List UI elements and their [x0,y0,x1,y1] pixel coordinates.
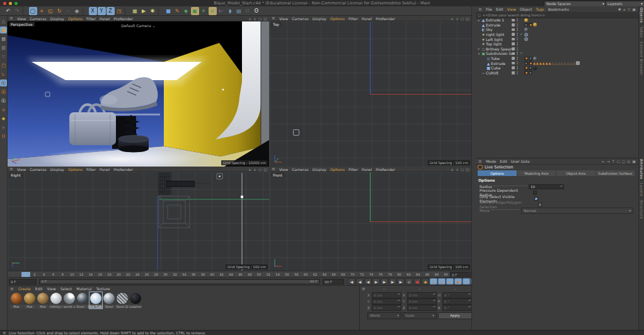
rotate-view-icon[interactable]: ○ [258,16,262,21]
enable-toggle[interactable] [512,38,515,41]
spinner-icon[interactable]: ▴▾ [560,185,563,187]
key-parameter-toggle[interactable]: ◆ [454,278,462,285]
enable-toggle[interactable] [512,57,515,60]
object-row[interactable]: ▲Extrude+ [476,23,638,28]
viewport-menu-item-prorender[interactable]: ProRender [113,16,133,21]
new-panel-icon[interactable]: ▣ [632,159,636,163]
move-tool-icon[interactable]: + [38,7,46,15]
menu-icon[interactable]: ≡ [10,286,14,291]
tab-options[interactable]: Options [478,170,517,176]
pan-view-icon[interactable]: + [451,16,454,21]
previous-key-button[interactable]: ◀ [356,278,364,285]
object-row[interactable]: ■Cube+ [476,66,638,71]
material-swatch[interactable]: Mat [37,292,49,309]
visibility-dots[interactable] [517,37,518,41]
material-swatch[interactable]: Mat [23,292,36,309]
polygon-selection-tag[interactable]: △ [570,61,572,65]
end-frame-field[interactable]: 90 F [323,279,344,285]
spinner-icon[interactable]: ▴▾ [433,305,435,308]
top-viewport[interactable]: Top Grid Spacing : 100 cm [270,21,471,167]
material-swatch[interactable]: world o [63,292,76,309]
render-picture-viewer-icon[interactable]: ▶ [140,7,148,15]
rotate-view-icon[interactable]: ○ [258,167,262,172]
spinner-icon[interactable]: ▴▾ [433,299,435,302]
object-outline[interactable] [293,129,299,136]
back-arrow-icon[interactable]: ← [602,159,605,163]
side-tab-content-browser[interactable]: Content Browser [640,42,643,75]
om-menu-item-view[interactable]: View [507,7,516,11]
scale-dropdown[interactable]: Scale▾ [403,312,437,319]
dolly-view-icon[interactable]: ↓ [456,16,459,21]
material-swatch[interactable]: Steel - 1 [76,292,89,309]
compositing-tag[interactable]: × [524,33,528,37]
expression-tag[interactable]: + [529,66,532,70]
polygon-mode-icon[interactable]: ∟ [0,71,7,78]
key-position-toggle[interactable]: + [430,278,437,285]
menu-icon[interactable]: ≡ [9,167,13,172]
wireframe-bar[interactable] [166,181,210,187]
toggle-view-icon[interactable]: ◱ [466,167,469,172]
side-tab-layers[interactable]: Layers [640,183,643,196]
object-label[interactable]: Left light [486,37,503,42]
viewport-menu-item-cameras[interactable]: Cameras [30,16,47,21]
object-label[interactable]: Sky [486,27,493,32]
visibility-dots[interactable] [517,42,518,46]
recent-tools-icon[interactable]: ◦ [64,7,72,15]
scene-pedestal[interactable] [118,136,149,153]
spinner-icon[interactable]: ▴▾ [398,305,400,308]
keyframe-selection-button[interactable]: ◉ [422,278,429,285]
generator-check-icon[interactable]: ✓ [520,32,523,36]
spline-arrange-icon[interactable]: ⊢ [217,7,226,15]
dolly-view-icon[interactable]: ↓ [253,167,256,172]
viewport-menu-item-display[interactable]: Display [50,16,64,21]
viewport-menu-item-display[interactable]: Display [313,167,326,172]
menu-icon[interactable]: ≡ [3,331,6,335]
visibility-dots[interactable] [517,61,518,65]
texture-mode-icon[interactable]: ▨ [0,35,7,42]
forward-arrow-icon[interactable]: → [607,159,610,163]
spinner-icon[interactable]: ▴▾ [468,305,471,308]
coordinate-field[interactable]: 0 cm▴▾ [407,292,437,298]
timeline-ruler[interactable]: 0 F 024681012141618202224262830323436384… [8,271,471,278]
material-menu-item-texture[interactable]: Texture [96,286,110,291]
object-label[interactable]: Tube [491,56,500,61]
expression-tag[interactable]: + [529,71,532,74]
attr-menu-item-mode[interactable]: Mode [486,159,496,163]
texture-tag[interactable] [533,66,537,70]
viewport-menu-item-options[interactable]: Options [330,16,345,21]
filter-icon[interactable]: ▽ [628,7,631,11]
scale-tool-icon[interactable]: ◱ [47,7,55,15]
material-swatch[interactable]: Leather [129,292,142,309]
viewport-menu-item-prorender[interactable]: ProRender [376,167,395,172]
side-tab-takes[interactable]: Takes [640,26,643,38]
dolly-view-icon[interactable]: ↓ [456,167,459,172]
mode-dropdown[interactable]: Normal▾ [521,208,633,214]
texture-tag[interactable] [524,28,528,32]
viewport-menu-item-view[interactable]: View [279,167,288,172]
viewport-menu-item-prorender[interactable]: ProRender [113,167,133,172]
up-arrow-icon[interactable]: ↑ [612,159,615,163]
viewport-menu-item-options[interactable]: Options [68,16,83,21]
viewport-menu-item-display[interactable]: Display [50,167,64,172]
object-row[interactable]: ◐Sky [476,27,638,32]
object-row[interactable]: ~CURVE+ [476,71,638,76]
tab-object-axis[interactable]: Object Axis [556,170,595,176]
menu-icon[interactable]: ≡ [362,286,365,291]
redo-icon[interactable]: ↷ [13,7,21,15]
next-key-button[interactable]: ▶ [389,278,396,285]
polygon-selection-tag[interactable]: ▲ [533,61,536,65]
viewport-menu-item-options[interactable]: Options [330,167,345,172]
perspective-viewport[interactable]: Perspective Default Camera ⌄ [8,21,269,167]
viewport-menu-item-panel[interactable]: Panel [362,16,372,21]
phong-tag[interactable] [524,71,528,74]
object-row[interactable]: ☀Top light [476,42,638,47]
coordinate-system-icon[interactable]: ◳ [115,7,124,15]
coordinate-field[interactable]: 0 °▴▾ [442,298,472,305]
enable-toggle[interactable] [512,62,515,65]
lock-x-axis-icon[interactable]: X [89,7,97,15]
visibility-dots[interactable] [517,66,518,70]
checkbox[interactable]: ✓ [538,203,542,207]
material-swatch[interactable]: Infinity f [50,292,62,309]
visibility-dots[interactable] [517,57,518,61]
key-scale-toggle[interactable]: ◻ [438,278,446,285]
